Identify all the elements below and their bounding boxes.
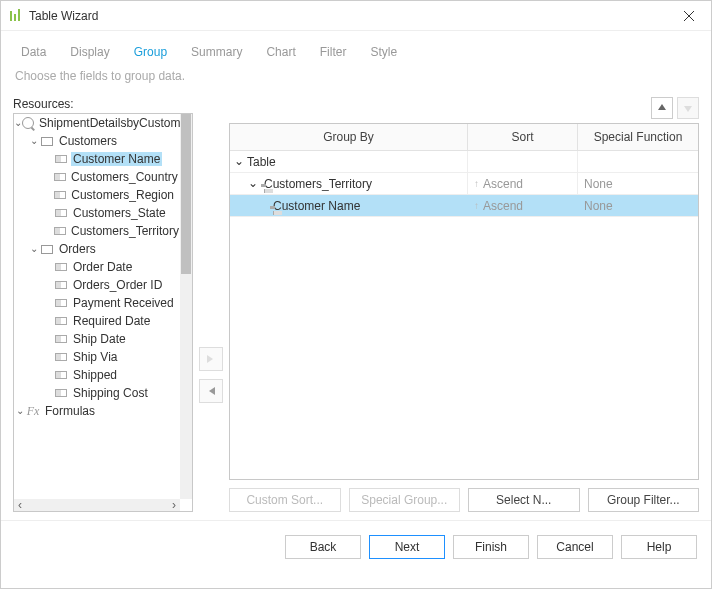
resources-tree[interactable]: ⌄ ShipmentDetailsbyCustomer ⌄ Customers … (13, 113, 193, 512)
back-button[interactable]: Back (285, 535, 361, 559)
field-icon (54, 207, 68, 219)
vertical-scrollbar[interactable] (180, 114, 192, 499)
tree-label: Customers_Region (69, 188, 176, 202)
tree-label: Shipped (71, 368, 119, 382)
app-icon (9, 9, 23, 23)
group-grid[interactable]: Group By Sort Special Function ⌄Table ⌄C… (229, 123, 699, 480)
folder-icon (40, 135, 54, 147)
wizard-footer: Back Next Finish Cancel Help (1, 520, 711, 573)
scroll-left-icon[interactable]: ‹ (14, 499, 26, 511)
tree-field[interactable]: Customers_Country (14, 168, 180, 186)
ascend-icon: ↑ (474, 178, 479, 189)
tree-formulas[interactable]: ⌄ Fx Formulas (14, 402, 180, 420)
close-button[interactable] (675, 2, 703, 30)
window-title: Table Wizard (29, 9, 675, 23)
arrow-up-icon (657, 103, 667, 113)
tree-field[interactable]: Required Date (14, 312, 180, 330)
tree-label: Customers_Country (69, 170, 180, 184)
help-button[interactable]: Help (621, 535, 697, 559)
grid-cell[interactable]: None (584, 199, 613, 213)
tree-field[interactable]: Customers_Region (14, 186, 180, 204)
arrow-down-icon (683, 103, 693, 113)
tab-group[interactable]: Group (126, 41, 175, 63)
grid-row[interactable]: ⌄Customers_Territory ↑Ascend None (230, 173, 698, 195)
grid-root-label: Table (247, 155, 276, 169)
expand-icon[interactable]: ⌄ (234, 154, 244, 168)
tree-field[interactable]: Customers_State (14, 204, 180, 222)
field-icon (54, 369, 68, 381)
horizontal-scrollbar[interactable]: ‹ › (14, 499, 180, 511)
tab-chart[interactable]: Chart (258, 41, 303, 63)
tree-label: Customers_Territory (69, 224, 180, 238)
expand-icon[interactable]: ⌄ (14, 117, 22, 128)
col-sort[interactable]: Sort (468, 124, 578, 150)
tree-field[interactable]: Shipped (14, 366, 180, 384)
resources-label: Resources: (13, 97, 193, 111)
scroll-right-icon[interactable]: › (168, 499, 180, 511)
tree-field[interactable]: Orders_Order ID (14, 276, 180, 294)
tree-field[interactable]: Order Date (14, 258, 180, 276)
expand-icon[interactable]: ⌄ (14, 405, 26, 416)
finish-button[interactable]: Finish (453, 535, 529, 559)
cancel-button[interactable]: Cancel (537, 535, 613, 559)
tree-orders[interactable]: ⌄ Orders (14, 240, 180, 258)
expand-icon[interactable]: ⌄ (28, 243, 40, 254)
fx-icon: Fx (26, 405, 40, 417)
tab-display[interactable]: Display (62, 41, 117, 63)
move-down-button[interactable] (677, 97, 699, 119)
expand-icon[interactable]: ⌄ (248, 176, 258, 190)
special-group-button[interactable]: Special Group... (349, 488, 461, 512)
tree-field[interactable]: Shipping Cost (14, 384, 180, 402)
tree-field[interactable]: Payment Received (14, 294, 180, 312)
next-button[interactable]: Next (369, 535, 445, 559)
field-icon (54, 297, 68, 309)
ascend-icon: ↑ (474, 200, 479, 211)
svg-rect-1 (14, 14, 16, 21)
group-filter-button[interactable]: Group Filter... (588, 488, 700, 512)
arrow-left-icon (205, 385, 217, 397)
field-icon (54, 351, 68, 363)
grid-actions: Custom Sort... Special Group... Select N… (229, 480, 699, 512)
tree-label: Payment Received (71, 296, 176, 310)
close-icon (684, 11, 694, 21)
field-icon (54, 153, 68, 165)
resources-panel: Resources: ⌄ ShipmentDetailsbyCustomer ⌄… (13, 97, 193, 512)
field-icon (54, 261, 68, 273)
grid-row-selected[interactable]: Customer Name ↑Ascend None (230, 195, 698, 217)
tab-style[interactable]: Style (362, 41, 405, 63)
move-up-button[interactable] (651, 97, 673, 119)
col-group-by[interactable]: Group By (230, 124, 468, 150)
tab-data[interactable]: Data (13, 41, 54, 63)
tree-field[interactable]: Customer Name (14, 150, 180, 168)
tree-label: Required Date (71, 314, 152, 328)
tree-label: Order Date (71, 260, 134, 274)
select-n-button[interactable]: Select N... (468, 488, 580, 512)
col-special-function[interactable]: Special Function (578, 124, 698, 150)
tree-field[interactable]: Ship Via (14, 348, 180, 366)
query-icon (22, 117, 34, 129)
field-icon (54, 225, 66, 237)
field-icon (54, 171, 66, 183)
title-bar: Table Wizard (1, 1, 711, 31)
folder-icon (40, 243, 54, 255)
tree-root[interactable]: ⌄ ShipmentDetailsbyCustomer (14, 114, 180, 132)
scrollbar-thumb[interactable] (181, 114, 191, 274)
grid-header: Group By Sort Special Function (230, 124, 698, 151)
tree-label: Customer Name (71, 152, 162, 166)
grid-cell[interactable]: None (584, 177, 613, 191)
tree-field[interactable]: Customers_Territory (14, 222, 180, 240)
field-icon (54, 189, 66, 201)
add-button[interactable] (199, 347, 223, 371)
expand-icon[interactable]: ⌄ (28, 135, 40, 146)
tree-label: Ship Via (71, 350, 119, 364)
page-subtitle: Choose the fields to group data. (1, 63, 711, 97)
tree-field[interactable]: Ship Date (14, 330, 180, 348)
grid-cell[interactable]: Ascend (483, 177, 523, 191)
tree-customers[interactable]: ⌄ Customers (14, 132, 180, 150)
tab-filter[interactable]: Filter (312, 41, 355, 63)
tab-summary[interactable]: Summary (183, 41, 250, 63)
grid-cell[interactable]: Ascend (483, 199, 523, 213)
remove-button[interactable] (199, 379, 223, 403)
grid-root-row[interactable]: ⌄Table (230, 151, 698, 173)
custom-sort-button[interactable]: Custom Sort... (229, 488, 341, 512)
